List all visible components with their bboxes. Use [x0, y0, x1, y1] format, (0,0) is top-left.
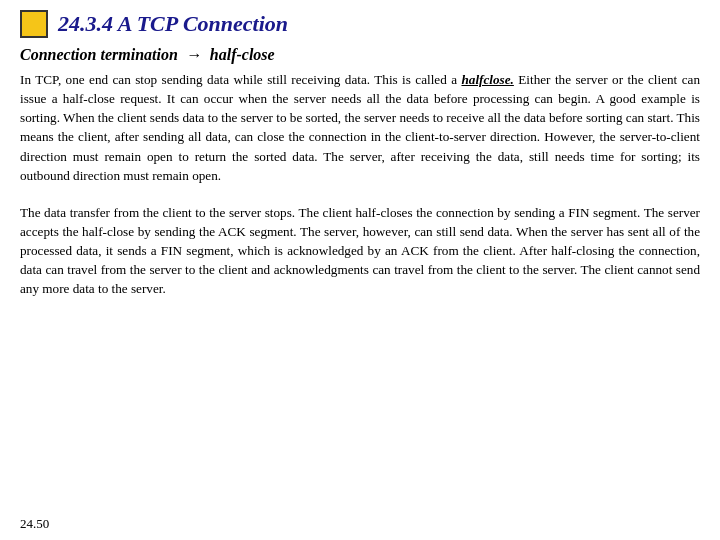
paragraph2: The data transfer from the client to the… [20, 203, 700, 299]
page: 24.3.4 A TCP Connection Connection termi… [0, 0, 720, 540]
header: 24.3.4 A TCP Connection [20, 10, 700, 38]
arrow-icon: → [186, 46, 202, 63]
header-icon [20, 10, 48, 38]
paragraph1: In TCP, one end can stop sending data wh… [20, 70, 700, 185]
footer: 24.50 [20, 516, 49, 532]
halfclose-term: halfclose. [461, 72, 513, 87]
page-title: 24.3.4 A TCP Connection [58, 11, 288, 37]
section-subtitle: half-close [210, 46, 275, 63]
section-title-text: Connection termination [20, 46, 178, 63]
section-title: Connection termination → half-close [20, 46, 700, 64]
